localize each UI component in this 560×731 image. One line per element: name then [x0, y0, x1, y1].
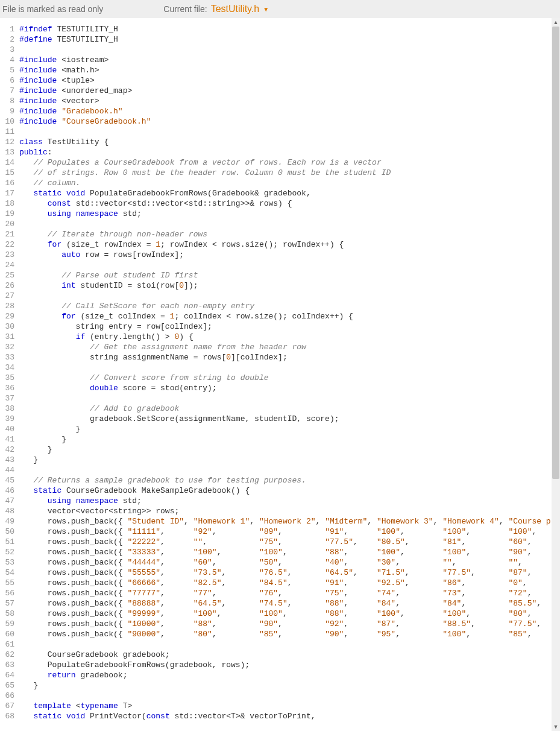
code-line[interactable]: rows.push_back({ "Student ID", "Homework… [19, 516, 560, 527]
code-line[interactable]: using namespace std; [19, 209, 560, 219]
code-line[interactable] [19, 127, 560, 137]
editor-header: File is marked as read only Current file… [0, 0, 560, 18]
code-line[interactable]: rows.push_back({ "22222", "", "75", "77.… [19, 537, 560, 547]
chevron-down-icon[interactable]: ▼ [263, 6, 269, 13]
code-line[interactable]: } [19, 424, 560, 434]
line-number: 17 [0, 188, 14, 198]
code-line[interactable]: #define TESTUTILITY_H [19, 34, 560, 45]
code-line[interactable]: #include <tuple> [19, 75, 560, 86]
line-number: 36 [0, 383, 14, 393]
code-line[interactable]: const std::vector<std::vector<std::strin… [19, 198, 560, 209]
code-area[interactable]: #ifndef TESTUTILITY_H#define TESTUTILITY… [17, 18, 560, 731]
code-line[interactable]: // Add to gradebook [19, 403, 560, 414]
code-line[interactable]: // Returns a sample gradebook to use for… [19, 475, 560, 486]
code-line[interactable]: return gradebook; [19, 670, 560, 680]
line-number: 30 [0, 321, 14, 332]
code-line[interactable]: rows.push_back({ "44444", "60", "50", "4… [19, 557, 560, 568]
code-line[interactable]: // of strings. Row 0 must be the header … [19, 168, 560, 178]
code-line[interactable]: // column. [19, 178, 560, 188]
code-line[interactable]: #include <iostream> [19, 55, 560, 65]
line-number: 22 [0, 239, 14, 250]
line-number: 60 [0, 629, 14, 639]
code-line[interactable] [19, 691, 560, 701]
code-line[interactable]: rows.push_back({ "88888", "64.5", "74.5"… [19, 598, 560, 609]
code-line[interactable]: } [19, 434, 560, 445]
vertical-scrollbar[interactable]: ▲ ▼ [552, 18, 560, 731]
line-number: 48 [0, 506, 14, 516]
line-number: 57 [0, 598, 14, 609]
code-line[interactable]: PopulateGradebookFromRows(gradebook, row… [19, 660, 560, 670]
code-line[interactable]: rows.push_back({ "11111", "92", "89", "9… [19, 527, 560, 537]
line-number: 19 [0, 209, 14, 219]
code-line[interactable]: rows.push_back({ "77777", "77", "76", "7… [19, 588, 560, 598]
code-line[interactable]: static void PopulateGradebookFromRows(Gr… [19, 188, 560, 198]
current-file-section: Current file: TestUtility.h ▼ [163, 4, 269, 14]
code-line[interactable]: // Convert score from string to double [19, 373, 560, 383]
code-line[interactable]: #include <vector> [19, 96, 560, 106]
scrollbar-thumb[interactable] [552, 27, 559, 479]
code-line[interactable]: #include <unordered_map> [19, 86, 560, 96]
code-line[interactable]: CourseGradebook gradebook; [19, 650, 560, 660]
line-number: 28 [0, 301, 14, 311]
code-line[interactable]: if (entry.length() > 0) { [19, 332, 560, 342]
code-line[interactable] [19, 639, 560, 650]
code-line[interactable]: rows.push_back({ "33333", "100", "100", … [19, 547, 560, 557]
code-line[interactable]: class TestUtility { [19, 137, 560, 147]
line-number: 62 [0, 650, 14, 660]
code-line[interactable]: template <typename T> [19, 701, 560, 711]
line-number: 43 [0, 455, 14, 465]
code-line[interactable] [19, 465, 560, 475]
code-line[interactable] [19, 45, 560, 55]
code-line[interactable]: #include "CourseGradebook.h" [19, 116, 560, 127]
code-line[interactable]: } [19, 445, 560, 455]
scroll-up-arrow-icon[interactable]: ▲ [552, 18, 560, 27]
code-line[interactable]: string assignmentName = rows[0][colIndex… [19, 352, 560, 362]
line-number: 11 [0, 127, 14, 137]
code-line[interactable]: rows.push_back({ "55555", "73.5", "76.5"… [19, 568, 560, 578]
line-number: 50 [0, 527, 14, 537]
code-line[interactable]: for (size_t colIndex = 1; colIndex < row… [19, 311, 560, 321]
code-line[interactable]: static void PrintVector(const std::vecto… [19, 711, 560, 721]
code-line[interactable]: string entry = row[colIndex]; [19, 321, 560, 332]
code-editor[interactable]: 1234567891011121314151617181920212223242… [0, 18, 560, 731]
code-line[interactable]: } [19, 680, 560, 691]
line-number: 45 [0, 475, 14, 486]
code-line[interactable]: } [19, 455, 560, 465]
code-line[interactable]: #ifndef TESTUTILITY_H [19, 24, 560, 34]
code-line[interactable]: double score = stod(entry); [19, 383, 560, 393]
line-number: 40 [0, 424, 14, 434]
code-line[interactable]: // Iterate through non-header rows [19, 229, 560, 239]
code-line[interactable]: rows.push_back({ "90000", "80", "85", "9… [19, 629, 560, 639]
line-number: 1 [0, 24, 14, 34]
line-number: 6 [0, 75, 14, 86]
code-line[interactable] [19, 393, 560, 403]
code-line[interactable]: int studentID = stoi(row[0]); [19, 280, 560, 291]
code-line[interactable]: for (size_t rowIndex = 1; rowIndex < row… [19, 239, 560, 250]
code-line[interactable]: rows.push_back({ "66666", "82.5", "84.5"… [19, 578, 560, 588]
line-number: 4 [0, 55, 14, 65]
code-line[interactable]: auto row = rows[rowIndex]; [19, 250, 560, 260]
code-line[interactable]: // Call SetScore for each non-empty entr… [19, 301, 560, 311]
line-number: 3 [0, 45, 14, 55]
code-line[interactable] [19, 362, 560, 373]
scroll-down-arrow-icon[interactable]: ▼ [552, 723, 560, 731]
line-number: 66 [0, 691, 14, 701]
code-line[interactable]: public: [19, 147, 560, 157]
scrollbar-track[interactable] [552, 27, 560, 723]
current-file-name[interactable]: TestUtility.h [211, 4, 260, 14]
code-line[interactable]: #include <math.h> [19, 65, 560, 75]
code-line[interactable]: rows.push_back({ "10000", "88", "90", "9… [19, 619, 560, 629]
code-line[interactable]: vector<vector<string>> rows; [19, 506, 560, 516]
code-line[interactable]: rows.push_back({ "99999", "100", "100", … [19, 609, 560, 619]
code-line[interactable]: // Populates a CourseGradebook from a ve… [19, 157, 560, 168]
code-line[interactable]: gradebook.SetScore(assignmentName, stude… [19, 414, 560, 424]
code-line[interactable]: using namespace std; [19, 496, 560, 506]
code-line[interactable]: // Get the assignment name from the head… [19, 342, 560, 352]
code-line[interactable] [19, 291, 560, 301]
line-number: 18 [0, 198, 14, 209]
code-line[interactable]: #include "Gradebook.h" [19, 106, 560, 116]
code-line[interactable]: // Parse out student ID first [19, 270, 560, 280]
code-line[interactable] [19, 260, 560, 270]
code-line[interactable] [19, 219, 560, 229]
code-line[interactable]: static CourseGradebook MakeSampleGradebo… [19, 486, 560, 496]
